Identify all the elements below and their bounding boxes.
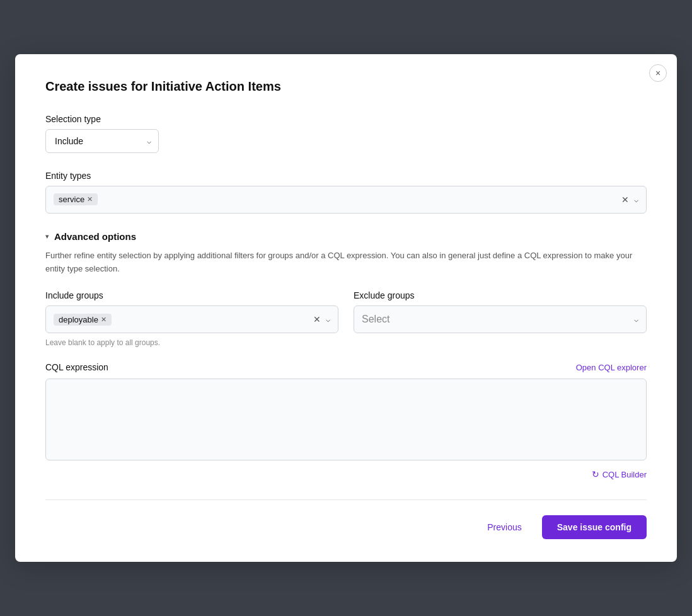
chevron-down-icon[interactable]: ⌵ <box>634 195 638 204</box>
include-group-tag-deployable: deployable ✕ <box>54 314 112 326</box>
selection-type-field: Selection type Include Exclude ⌵ <box>45 114 647 153</box>
include-groups-label: Include groups <box>45 290 338 300</box>
modal-title: Create issues for Initiative Action Item… <box>45 79 647 94</box>
cql-header: CQL expression Open CQL explorer <box>45 362 647 372</box>
exclude-groups-placeholder: Select <box>362 314 389 325</box>
open-cql-explorer-link[interactable]: Open CQL explorer <box>576 363 647 372</box>
exclude-groups-input[interactable]: Select ⌵ <box>354 305 647 333</box>
selection-type-wrapper: Include Exclude ⌵ <box>45 129 159 153</box>
chevron-down-icon[interactable]: ⌵ <box>634 315 638 324</box>
refresh-icon: ↻ <box>592 469 599 479</box>
exclude-groups-field: Exclude groups Select ⌵ <box>354 290 647 333</box>
include-groups-input[interactable]: deployable ✕ ✕ ⌵ <box>45 305 338 333</box>
tag-input-controls: ✕ ⌵ <box>313 314 330 324</box>
advanced-options-label: Advanced options <box>54 231 136 242</box>
tag-label: service <box>59 195 84 204</box>
close-icon: × <box>655 68 660 78</box>
cql-builder-label: CQL Builder <box>603 470 647 479</box>
entity-types-field: Entity types service ✕ ✕ ⌵ <box>45 171 647 214</box>
entity-types-label: Entity types <box>45 171 647 181</box>
previous-button[interactable]: Previous <box>477 516 531 539</box>
cql-builder-row: ↻ CQL Builder <box>45 469 647 479</box>
advanced-options-toggle[interactable]: ▾ Advanced options <box>45 231 647 242</box>
cql-textarea[interactable] <box>45 379 647 460</box>
tag-input-controls: ⌵ <box>634 315 638 324</box>
entity-types-input[interactable]: service ✕ ✕ ⌵ <box>45 186 647 214</box>
exclude-groups-label: Exclude groups <box>354 290 647 300</box>
modal-footer: Previous Save issue config <box>45 499 647 539</box>
clear-icon[interactable]: ✕ <box>313 314 321 324</box>
selection-type-select[interactable]: Include Exclude <box>45 129 159 153</box>
advanced-options-section: ▾ Advanced options Further refine entity… <box>45 231 647 480</box>
clear-icon[interactable]: ✕ <box>621 195 629 205</box>
chevron-down-icon[interactable]: ⌵ <box>326 315 330 324</box>
modal-dialog: × Create issues for Initiative Action It… <box>15 54 677 562</box>
tag-remove-icon[interactable]: ✕ <box>87 196 93 203</box>
save-button[interactable]: Save issue config <box>542 515 647 539</box>
entity-type-tag-service: service ✕ <box>54 193 98 205</box>
chevron-collapse-icon: ▾ <box>45 232 49 241</box>
cql-label: CQL expression <box>45 362 108 372</box>
tag-input-controls: ✕ ⌵ <box>621 195 638 205</box>
selection-type-label: Selection type <box>45 114 647 124</box>
cql-builder-link[interactable]: ↻ CQL Builder <box>592 469 647 479</box>
include-groups-field: Include groups deployable ✕ ✕ ⌵ <box>45 290 338 333</box>
close-button[interactable]: × <box>649 64 667 82</box>
leave-blank-note: Leave blank to apply to all groups. <box>45 338 647 347</box>
tag-label: deployable <box>59 315 98 324</box>
advanced-options-description: Further refine entity selection by apply… <box>45 249 647 276</box>
tag-remove-icon[interactable]: ✕ <box>101 316 107 323</box>
groups-row: Include groups deployable ✕ ✕ ⌵ Exclude … <box>45 290 647 333</box>
